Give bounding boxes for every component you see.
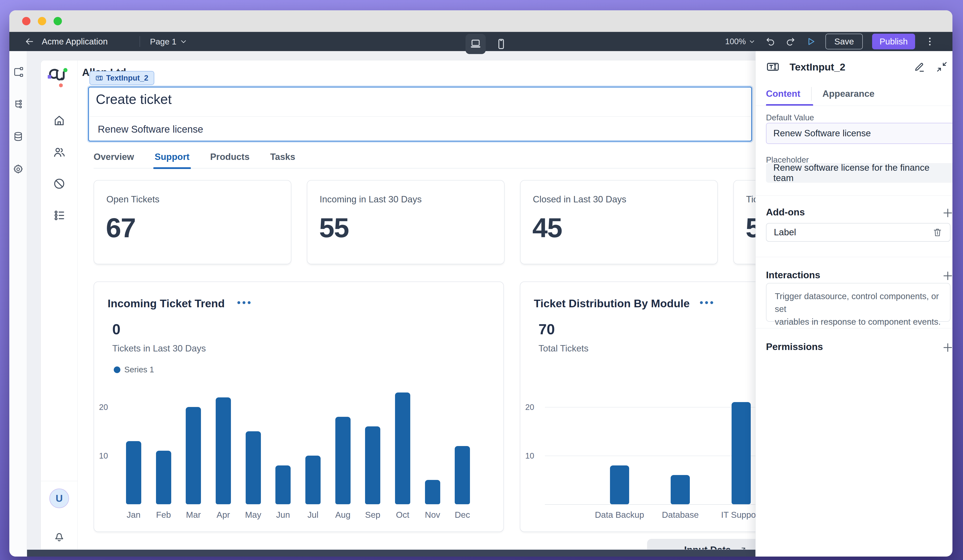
- bar[interactable]: [731, 402, 751, 504]
- inspector-widget-title: TextInput_2: [790, 62, 845, 73]
- bar-slot: [418, 388, 447, 504]
- placeholder-input[interactable]: Renew software license for the finance t…: [766, 163, 952, 183]
- bar-slot: [149, 388, 178, 504]
- desktop-preview-toggle[interactable]: [465, 34, 486, 54]
- add-interactions-icon[interactable]: [942, 270, 952, 282]
- stat-card-label: Closed in Last 30 Days: [533, 194, 626, 205]
- x-axis-label: Oct: [387, 510, 418, 520]
- close-window-button[interactable]: [22, 17, 31, 25]
- section-title-permissions: Permissions: [766, 342, 823, 352]
- zoom-level-selector[interactable]: 100%: [725, 37, 755, 46]
- minimize-window-button[interactable]: [38, 17, 46, 25]
- redo-icon[interactable]: [785, 36, 796, 47]
- bar-slot: [268, 388, 298, 504]
- bar[interactable]: [365, 426, 380, 504]
- stat-card-label: Open Tickets: [106, 194, 159, 205]
- x-axis-label: May: [238, 510, 268, 520]
- stat-card-label: Incoming in Last 30 Days: [319, 194, 422, 205]
- chevron-down-icon: [748, 38, 755, 45]
- divider: [755, 328, 952, 329]
- undo-icon[interactable]: [765, 36, 776, 47]
- tab-overview[interactable]: Overview: [94, 152, 134, 169]
- collapse-panel-icon[interactable]: [936, 61, 948, 73]
- bar[interactable]: [395, 392, 410, 504]
- bar-slot: [358, 388, 387, 504]
- tab-tasks[interactable]: Tasks: [270, 152, 295, 169]
- panel-tab-appearance[interactable]: Appearance: [822, 89, 875, 99]
- bar[interactable]: [671, 475, 690, 504]
- bell-icon[interactable]: [53, 530, 66, 543]
- bar-slot: [650, 388, 711, 504]
- x-axis-label: Jun: [268, 510, 298, 520]
- x-axis-label: Mar: [178, 510, 208, 520]
- users-icon[interactable]: [53, 146, 66, 159]
- bar[interactable]: [305, 456, 321, 504]
- default-value-input[interactable]: Renew Software license: [766, 123, 952, 144]
- x-axis-label: Data Backup: [589, 510, 650, 520]
- divider: [41, 481, 78, 481]
- ellipsis-menu-icon[interactable]: •••: [237, 297, 253, 308]
- bar[interactable]: [126, 441, 141, 504]
- bar[interactable]: [246, 431, 261, 504]
- bar[interactable]: [156, 451, 171, 504]
- x-axis-label: Database: [650, 510, 711, 520]
- mobile-preview-toggle[interactable]: [491, 34, 511, 54]
- frame-icon[interactable]: [13, 66, 24, 78]
- interactions-hint: Trigger datasource, control components, …: [766, 283, 950, 322]
- publish-button[interactable]: Publish: [872, 34, 915, 49]
- tree-icon[interactable]: [13, 99, 24, 110]
- bar-slot: [387, 388, 418, 504]
- pencil-icon[interactable]: [913, 61, 925, 73]
- x-axis-line: [545, 504, 786, 505]
- x-axis-labels: JanFebMarAprMayJunJulAugSepOctNovDec: [118, 510, 477, 520]
- more-options-icon[interactable]: [924, 36, 935, 47]
- chart-stat-label: Tickets in Last 30 Days: [112, 343, 206, 354]
- save-button[interactable]: Save: [825, 34, 863, 49]
- home-icon[interactable]: [53, 114, 66, 127]
- divider: [811, 87, 812, 101]
- addon-item-label[interactable]: Label: [766, 223, 950, 242]
- widget-name-badge[interactable]: TextInput_2: [89, 71, 154, 85]
- tab-support[interactable]: Support: [155, 152, 190, 169]
- text-input-value[interactable]: Renew Software license: [98, 124, 203, 135]
- gear-icon[interactable]: [13, 163, 24, 175]
- ellipsis-menu-icon[interactable]: •••: [700, 297, 715, 308]
- bar[interactable]: [216, 397, 231, 504]
- chart-stat-label: Total Tickets: [538, 343, 588, 354]
- inspector-panel: TextInput_2 ContentAppearance Default Va…: [755, 51, 952, 557]
- bar[interactable]: [425, 480, 440, 504]
- editor-left-rail: [9, 51, 27, 557]
- bar[interactable]: [186, 407, 201, 504]
- addon-item-label: Label: [774, 227, 932, 238]
- blocked-icon[interactable]: [53, 177, 66, 190]
- x-axis-label: Nov: [418, 510, 447, 520]
- page-tabs: OverviewSupportProductsTasks: [94, 152, 295, 169]
- tab-products[interactable]: Products: [210, 152, 249, 169]
- database-icon[interactable]: [13, 131, 24, 142]
- run-icon[interactable]: [805, 36, 816, 47]
- bar[interactable]: [336, 417, 350, 504]
- checklist-icon[interactable]: [53, 209, 66, 222]
- back-icon[interactable]: [24, 36, 35, 47]
- divider: [139, 36, 140, 47]
- add-permissions-icon[interactable]: [942, 342, 952, 354]
- avatar[interactable]: U: [49, 489, 69, 508]
- bar[interactable]: [276, 465, 290, 504]
- zoom-window-button[interactable]: [54, 17, 62, 25]
- bar-slot: [178, 388, 208, 504]
- add-add-ons-icon[interactable]: [942, 207, 952, 219]
- bar[interactable]: [455, 446, 470, 505]
- arrow-up-right-icon: [738, 545, 747, 550]
- ticket-distribution-card: Ticket Distribution By Module ••• 70 Tot…: [520, 282, 796, 532]
- page-selector[interactable]: Page 1: [150, 37, 188, 47]
- trash-icon[interactable]: [932, 227, 943, 238]
- y-axis-tick: 10: [525, 451, 534, 461]
- widget-name-label: TextInput_2: [106, 74, 148, 83]
- panel-tab-content[interactable]: Content: [766, 89, 800, 99]
- selected-text-input-widget[interactable]: Create ticket Renew Software license: [88, 87, 752, 141]
- zoom-level-value: 100%: [725, 37, 746, 46]
- stat-card-value: 67: [106, 212, 136, 244]
- bar[interactable]: [610, 465, 629, 504]
- field-label: Default Value: [766, 113, 814, 122]
- phone-icon: [495, 38, 507, 50]
